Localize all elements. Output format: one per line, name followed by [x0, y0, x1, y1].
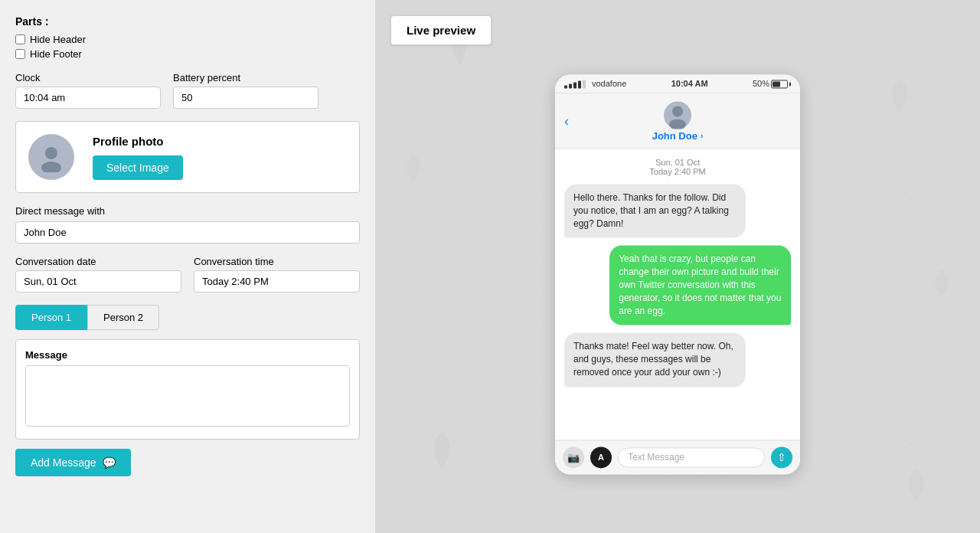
input-bar: 📷 A Text Message ⇧	[555, 440, 800, 474]
message-bubble-1: Hello there. Thanks for the follow. Did …	[564, 184, 746, 237]
status-time: 10:04 AM	[671, 79, 708, 88]
conversation-row: Conversation date Conversation time	[15, 256, 360, 293]
left-panel: Parts : Hide Header Hide Footer Clock Ba…	[0, 0, 375, 533]
conv-time-label: Conversation time	[194, 256, 360, 267]
camera-icon[interactable]: 📷	[563, 446, 584, 468]
direct-message-label: Direct message with	[15, 205, 360, 217]
dot2	[569, 83, 572, 88]
select-image-button[interactable]: Select Image	[93, 155, 183, 180]
hide-header-label: Hide Header	[30, 34, 86, 45]
svg-point-1	[41, 162, 61, 172]
app-store-icon[interactable]: A	[590, 446, 612, 468]
person1-tab[interactable]: Person 1	[15, 305, 87, 330]
battery-input[interactable]	[173, 87, 318, 109]
right-panel: Live preview vodafone 10:04 AM 50%	[375, 0, 980, 533]
leaf-deco-6	[926, 268, 957, 299]
parts-section: Parts : Hide Header Hide Footer	[15, 15, 360, 60]
person-tabs: Person 1 Person 2	[15, 305, 360, 330]
hide-footer-checkbox[interactable]	[15, 49, 25, 59]
avatar-placeholder	[28, 134, 74, 180]
conv-time-input[interactable]	[194, 270, 360, 293]
parts-label: Parts :	[15, 15, 360, 28]
message-textarea[interactable]	[25, 365, 350, 427]
message-icon: 💬	[103, 456, 116, 469]
profile-photo-section: Profile photo Select Image	[15, 121, 360, 193]
clock-label: Clock	[15, 72, 161, 83]
battery-body	[771, 80, 788, 88]
message-label: Message	[25, 349, 350, 361]
leaf-deco-5	[398, 153, 429, 184]
text-message-input[interactable]: Text Message	[618, 447, 765, 467]
contact-header: ‹ John Doe ›	[555, 93, 800, 149]
live-preview-button[interactable]: Live preview	[390, 15, 492, 45]
back-button[interactable]: ‹	[564, 113, 569, 129]
person2-tab[interactable]: Person 2	[87, 305, 159, 330]
clock-battery-row: Clock Battery percent	[15, 72, 360, 109]
battery-label: Battery percent	[173, 72, 318, 83]
send-button[interactable]: ⇧	[771, 446, 792, 468]
user-avatar-icon	[36, 142, 67, 172]
hide-footer-label: Hide Footer	[30, 48, 82, 60]
conv-time-field: Conversation time	[194, 256, 360, 293]
battery-indicator: 50%	[753, 79, 791, 88]
battery-tip	[789, 82, 791, 86]
status-signal: vodafone	[564, 79, 626, 88]
direct-message-input[interactable]	[15, 221, 360, 244]
dot4	[578, 80, 581, 88]
conv-date-input[interactable]	[15, 270, 181, 293]
conv-date-label: Conversation date	[15, 256, 181, 267]
svg-point-4	[669, 119, 686, 129]
battery-field: Battery percent	[173, 72, 318, 109]
contact-avatar	[664, 101, 691, 129]
leaf-deco-2	[880, 77, 919, 115]
leaf-deco-3	[421, 430, 463, 472]
profile-right: Profile photo Select Image	[93, 135, 183, 180]
messages-area: Sun, 01 Oct Today 2:40 PM Hello there. T…	[555, 149, 800, 440]
status-bar: vodafone 10:04 AM 50%	[555, 74, 800, 93]
direct-message-section: Direct message with	[15, 205, 360, 244]
hide-header-row[interactable]: Hide Header	[15, 34, 360, 45]
carrier-text: vodafone	[592, 79, 626, 88]
dot5	[583, 80, 586, 88]
hide-header-checkbox[interactable]	[15, 34, 25, 44]
phone-mockup: vodafone 10:04 AM 50% ‹ John Doe	[555, 74, 800, 474]
hide-footer-row[interactable]: Hide Footer	[15, 48, 360, 60]
svg-point-3	[672, 106, 683, 116]
add-message-button[interactable]: Add Message 💬	[15, 449, 131, 476]
date-label: Sun, 01 Oct Today 2:40 PM	[564, 158, 791, 176]
message-bubble-2: Yeah that is crazy, but people can chang…	[609, 246, 791, 325]
battery-fill	[773, 81, 780, 87]
message-bubble-3: Thanks mate! Feel way better now. Oh, an…	[564, 333, 746, 387]
chevron-right-icon: ›	[701, 132, 703, 140]
profile-photo-label: Profile photo	[93, 135, 164, 148]
clock-input[interactable]	[15, 87, 161, 109]
dot3	[573, 82, 577, 88]
leaf-deco-4	[900, 468, 934, 502]
clock-field: Clock	[15, 72, 161, 109]
contact-name: John Doe ›	[652, 130, 704, 142]
contact-avatar-icon	[664, 101, 691, 129]
svg-point-0	[45, 147, 57, 159]
dot1	[564, 85, 567, 88]
battery-percent-text: 50%	[753, 79, 769, 88]
message-section: Message	[15, 339, 360, 440]
add-message-label: Add Message	[31, 456, 96, 469]
conv-date-field: Conversation date	[15, 256, 181, 293]
signal-dots	[564, 80, 586, 88]
